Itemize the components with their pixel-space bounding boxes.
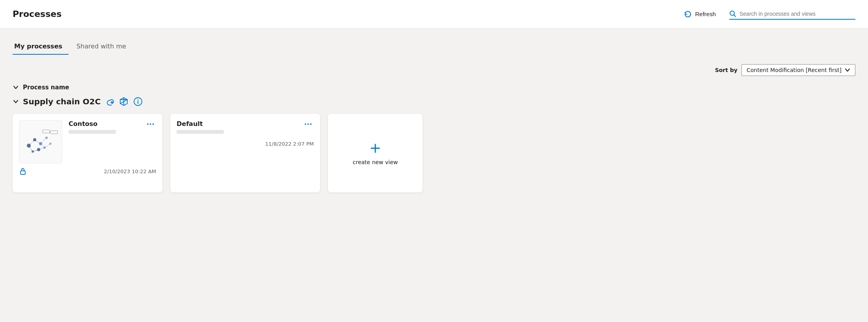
main-content: My processes Shared with me Sort by Cont… (0, 28, 868, 322)
search-icon (729, 10, 736, 17)
sort-toolbar: Sort by Content Modification [Recent fir… (13, 64, 855, 76)
search-input[interactable] (739, 11, 855, 17)
svg-point-7 (138, 99, 138, 100)
svg-rect-24 (43, 130, 50, 133)
create-new-view-label: create new view (353, 159, 398, 165)
refresh-label: Refresh (695, 11, 716, 17)
svg-line-3 (120, 102, 124, 104)
create-new-view-card[interactable]: + create new view (328, 114, 423, 192)
svg-line-16 (29, 140, 35, 146)
sort-select-value: Content Modification [Recent first] (747, 67, 842, 73)
plus-icon: + (369, 141, 381, 155)
svg-line-23 (41, 144, 45, 148)
supply-chain-title: Supply chain O2C (23, 97, 101, 106)
supply-chain-icons (104, 96, 143, 107)
refresh-button[interactable]: Refresh (680, 8, 720, 20)
svg-rect-27 (20, 171, 25, 174)
supply-chain-chevron-icon[interactable] (13, 98, 19, 105)
default-card-info: Default ··· (177, 120, 314, 137)
process-name-section-header[interactable]: Process name (13, 84, 855, 91)
header-actions: Refresh (680, 8, 855, 20)
svg-rect-25 (50, 131, 58, 134)
default-card: Default ··· 11/8/2022 2:07 PM (170, 114, 320, 192)
svg-line-1 (734, 15, 736, 17)
svg-line-19 (29, 146, 33, 152)
cube-icon[interactable] (119, 96, 129, 107)
default-card-date: 11/8/2022 2:07 PM (265, 141, 314, 147)
supply-chain-header: Supply chain O2C (13, 96, 855, 107)
refresh-icon (684, 10, 692, 18)
section-chevron-icon (13, 84, 19, 91)
search-container[interactable] (729, 9, 855, 20)
tab-my-processes[interactable]: My processes (13, 39, 69, 55)
lock-icon (19, 167, 27, 175)
chevron-down-icon (845, 67, 850, 73)
page-title: Processes (13, 9, 61, 19)
contoso-card-date: 2/10/2023 10:22 AM (104, 168, 156, 174)
contoso-card-author (69, 130, 116, 134)
tab-shared-with-me[interactable]: Shared with me (75, 39, 132, 55)
contoso-card-footer: 2/10/2023 10:22 AM (13, 163, 162, 181)
supply-chain-group: Supply chain O2C (13, 96, 855, 192)
card-thumbnail (19, 120, 62, 163)
default-card-footer: 11/8/2022 2:07 PM (170, 137, 320, 152)
svg-line-18 (41, 138, 47, 144)
sort-by-label: Sort by (715, 67, 738, 73)
contoso-more-button[interactable]: ··· (145, 120, 156, 129)
contoso-card: Contoso ··· 2/10/2023 10:22 AM (13, 114, 162, 192)
section-title: Process name (23, 84, 69, 91)
page-header: Processes Refresh (0, 0, 868, 28)
contoso-card-title: Contoso (69, 120, 97, 128)
svg-line-22 (45, 144, 50, 148)
tabs-bar: My processes Shared with me (13, 39, 855, 55)
svg-line-17 (35, 140, 41, 144)
default-more-button[interactable]: ··· (302, 120, 314, 129)
cloud-sync-icon[interactable] (104, 96, 115, 107)
info-icon[interactable] (133, 96, 143, 107)
cards-row: Contoso ··· 2/10/2023 10:22 AM (13, 114, 855, 192)
default-card-author (177, 130, 224, 134)
default-card-title: Default (177, 120, 203, 128)
card-info: Contoso ··· (69, 120, 156, 163)
process-diagram (21, 122, 60, 161)
sort-select[interactable]: Content Modification [Recent first] (741, 64, 855, 76)
